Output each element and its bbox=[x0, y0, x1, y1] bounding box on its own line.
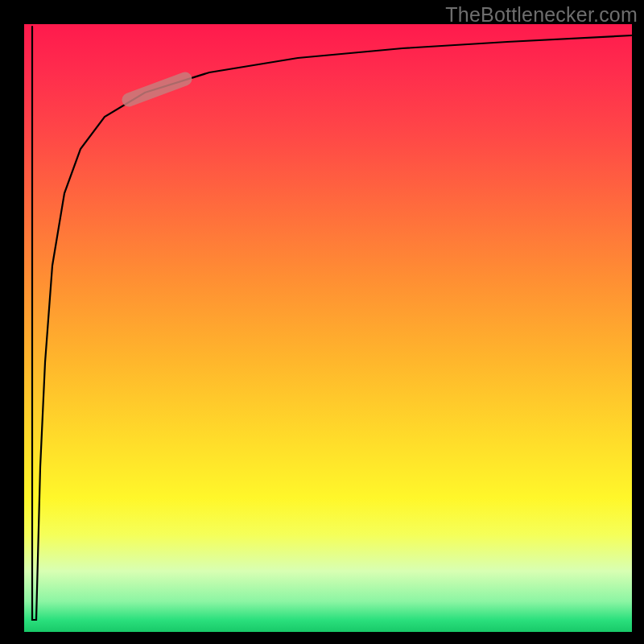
chart-frame: TheBottlenecker.com bbox=[0, 0, 644, 644]
bottleneck-curve bbox=[32, 27, 632, 620]
curve-layer bbox=[24, 24, 632, 632]
curve-highlight bbox=[129, 79, 185, 100]
plot-area bbox=[24, 24, 632, 632]
watermark-text: TheBottlenecker.com bbox=[445, 3, 638, 27]
